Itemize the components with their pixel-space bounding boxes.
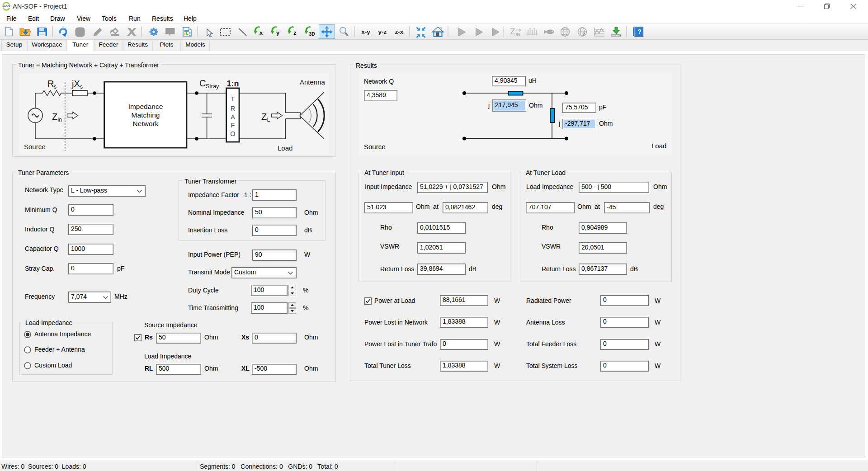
svg-text:C: C [199,78,206,88]
svg-text:s: s [80,84,83,90]
svg-text:Network: Network [133,120,159,127]
svg-text:Source: Source [24,143,46,151]
svg-text:IN: IN [516,32,520,37]
svg-text:T: T [231,95,235,103]
svg-text:A: A [231,113,235,121]
svg-text:F: F [231,122,235,129]
svg-text:3D: 3D [309,31,316,37]
svg-text:z: z [293,29,297,36]
svg-text:y: y [276,29,280,36]
svg-text:x-y: x-y [361,28,370,35]
svg-text:Z: Z [52,112,57,122]
svg-text:Z: Z [261,112,267,122]
svg-text:in: in [58,117,62,123]
svg-text:?: ? [637,28,642,35]
svg-text:L: L [267,117,270,123]
svg-text:x: x [259,29,263,36]
svg-text:R: R [231,105,235,112]
svg-text:Impedance: Impedance [128,103,163,110]
svg-text:Antenna: Antenna [300,78,326,86]
svg-text:2: 2 [582,32,585,37]
svg-text:y-z: y-z [378,28,387,35]
svg-text:O: O [230,130,235,137]
svg-text:Stray: Stray [206,83,219,89]
svg-text:Z: Z [510,27,515,36]
svg-text:jX: jX [71,79,80,89]
svg-text:Load: Load [278,144,292,152]
svg-text:1:n: 1:n [227,79,239,88]
svg-text:AN-SOF: AN-SOF [2,5,10,8]
svg-text:z-x: z-x [395,28,404,35]
svg-text:R: R [47,79,54,89]
svg-text:s: s [54,84,57,90]
svg-text:Matching: Matching [132,111,160,119]
